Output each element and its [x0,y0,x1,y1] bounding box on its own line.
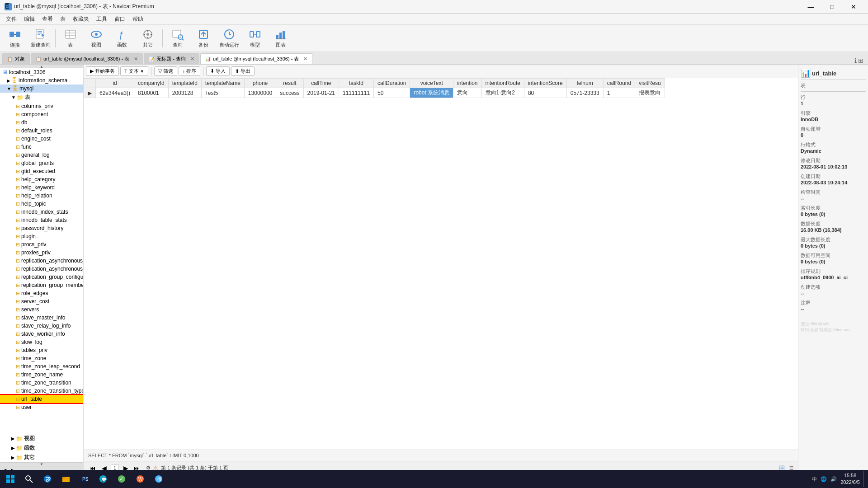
sidebar-item-help-relation[interactable]: ⊞ help_relation [0,192,83,200]
col-taskid[interactable]: taskId [339,79,374,88]
app6-btn[interactable]: ✓ [113,471,130,487]
taskbar-clock[interactable]: 15:58 2022/6/5 [840,472,860,486]
sidebar-item-default-roles[interactable]: ⊞ default_roles [0,127,83,135]
sidebar-item-slow-log[interactable]: ⊞ slow_log [0,338,83,346]
sidebar-item-replication-async-1[interactable]: ⊞ replication_asynchronous_ [0,257,83,265]
close-button[interactable]: ✕ [843,2,863,11]
sidebar-item-time-zone-leap-second[interactable]: ⊞ time_zone_leap_second [0,362,83,371]
table-row[interactable]: ▶ 62e344ea3() 8100001 2003128 Test5 1300… [84,88,665,98]
sidebar-mysql-db[interactable]: ▼ 🗄 mysql [0,84,83,93]
edge-btn[interactable] [39,471,56,487]
sidebar-item-db[interactable]: ⊞ db [0,118,83,127]
sidebar-item-component[interactable]: ⊞ component [0,110,83,118]
app5-btn[interactable]: 💬 [95,471,111,487]
col-visitresult[interactable]: visitResu [635,79,665,88]
cell-telnum[interactable]: 0571-23333 [566,88,603,98]
sidebar-item-gtid-executed[interactable]: ⊞ gtid_executed [0,167,83,175]
toolbar-connect[interactable]: 连接 [2,27,27,50]
sidebar-item-func[interactable]: ⊞ func [0,143,83,151]
col-callduration[interactable]: callDuration [374,79,410,88]
col-templatename[interactable]: templateName [201,79,244,88]
minimize-button[interactable]: — [801,2,821,11]
sidebar-scroll-up[interactable]: ▲ [0,65,83,68]
sidebar-item-slave-master-info[interactable]: ⊞ slave_master_info [0,314,83,322]
sidebar-item-slave-worker-info[interactable]: ⊞ slave_worker_info [0,330,83,338]
tab-expand-btn[interactable]: ⊞ [858,57,863,64]
sidebar-item-tables-priv[interactable]: ⊞ tables_priv [0,346,83,354]
sidebar-item-replication-async-2[interactable]: ⊞ replication_asynchronous_ [0,265,83,273]
sidebar-info-schema[interactable]: ▶ 🗄 information_schema [0,76,83,84]
toolbar-backup[interactable]: 备份 [191,27,216,50]
cell-calltime[interactable]: 2019-01-21 [303,88,339,98]
col-phone[interactable]: phone [244,79,276,88]
toolbar-other[interactable]: 其它 [135,27,160,50]
export-btn[interactable]: ⬆ 导出 [231,66,255,76]
terminal-btn[interactable]: PS [76,471,93,487]
explorer-btn[interactable] [58,471,74,487]
sidebar-item-server-cost[interactable]: ⊞ server_cost [0,297,83,305]
start-btn[interactable] [2,471,19,487]
data-table-wrapper[interactable]: id companyId templateId templateName pho… [84,78,798,450]
col-callround[interactable]: callRound [603,79,635,88]
sidebar-item-user[interactable]: ⊞ user [0,403,83,411]
sort-btn[interactable]: ↕ 排序 [179,66,201,76]
sidebar-views-group[interactable]: ▶ 📁 视图 [0,434,83,443]
show-desktop-btn[interactable] [863,471,866,487]
sidebar-item-innodb-table-stats[interactable]: ⊞ innodb_table_stats [0,216,83,224]
sidebar-item-help-category[interactable]: ⊞ help_category [0,175,83,183]
cell-voicetext[interactable]: robot:系统消息 [410,88,453,98]
cell-phone[interactable]: 13000000 [244,88,276,98]
sidebar-tables-group[interactable]: ▼ 📁 表 [0,93,83,102]
toolbar-model[interactable]: 模型 [242,27,267,50]
toolbar-query[interactable]: 查询 [165,27,190,50]
menu-window[interactable]: 窗口 [111,14,129,24]
filter-btn[interactable]: ▽ 筛选 [154,66,177,76]
sidebar-item-columns-priv[interactable]: ⊞ columns_priv [0,102,83,110]
sidebar-item-role-edges[interactable]: ⊞ role_edges [0,289,83,297]
sidebar-item-innodb-index-stats[interactable]: ⊞ innodb_index_stats [0,208,83,216]
tab-object[interactable]: 📋 对象 [2,53,30,64]
maximize-button[interactable]: □ [822,2,842,11]
import-btn[interactable]: ⬇ 导入 [206,66,230,76]
toolbar-view[interactable]: 视图 [84,27,108,50]
cell-visitresult[interactable]: 报表意向 [635,88,665,98]
sidebar-item-plugin[interactable]: ⊞ plugin [0,232,83,240]
sidebar-other-group[interactable]: ▶ 📁 其它 [0,453,83,462]
sidebar-connection[interactable]: 🖥 localhost_3306 [0,68,83,76]
sidebar-item-general-log[interactable]: ⊞ general_log [0,151,83,159]
col-id[interactable]: id [96,79,134,88]
menu-view[interactable]: 查看 [38,14,57,24]
tab-table-data[interactable]: 📊 url_table @mysql (localhost_3306) - 表 … [200,53,312,64]
sidebar-functions-group[interactable]: ▶ 📁 函数 [0,443,83,453]
menu-favorites[interactable]: 收藏夹 [69,14,93,24]
tab-close-2[interactable]: ✕ [190,56,194,62]
toolbar-new-query[interactable]: 新建查询 [28,27,53,50]
col-telnum[interactable]: telnum [566,79,603,88]
col-intention[interactable]: intention [453,79,481,88]
sidebar-item-slave-relay-log-info[interactable]: ⊞ slave_relay_log_info [0,322,83,330]
menu-help[interactable]: 帮助 [129,14,147,24]
toolbar-chart[interactable]: 图表 [268,27,293,50]
sidebar-item-proxies-priv[interactable]: ⊞ proxies_priv [0,249,83,257]
tab-table-edit[interactable]: 📋 url_table @mysql (localhost_3306) - 表 … [31,53,143,64]
toolbar-autorun[interactable]: 自动运行 [217,27,241,50]
sidebar-item-url-table[interactable]: ⊞ url_table [0,395,83,403]
col-calltime[interactable]: callTime [303,79,339,88]
col-result[interactable]: result [276,79,303,88]
cell-id[interactable]: 62e344ea3() [96,88,134,98]
sidebar-scroll-down[interactable]: ▼ [0,462,83,466]
sidebar-item-time-zone-name[interactable]: ⊞ time_zone_name [0,371,83,379]
menu-table[interactable]: 表 [57,14,69,24]
cell-taskid[interactable]: 111111111 [339,88,374,98]
col-templateid[interactable]: templateId [168,79,201,88]
sidebar-item-engine-cost[interactable]: ⊞ engine_cost [0,135,83,143]
tab-close-1[interactable]: ✕ [134,56,138,62]
col-companyid[interactable]: companyId [134,79,169,88]
tab-query[interactable]: 📝 无标题 - 查询 ✕ [144,53,199,64]
col-intentionscore[interactable]: intentionScore [524,79,566,88]
tab-info-btn[interactable]: ℹ [854,57,857,64]
sidebar-item-global-grants[interactable]: ⊞ global_grants [0,159,83,167]
cell-callround[interactable]: 1 [603,88,635,98]
sidebar-item-time-zone-transition-type[interactable]: ⊞ time_zone_transition_type [0,387,83,395]
toolbar-table[interactable]: 表 [58,27,83,50]
